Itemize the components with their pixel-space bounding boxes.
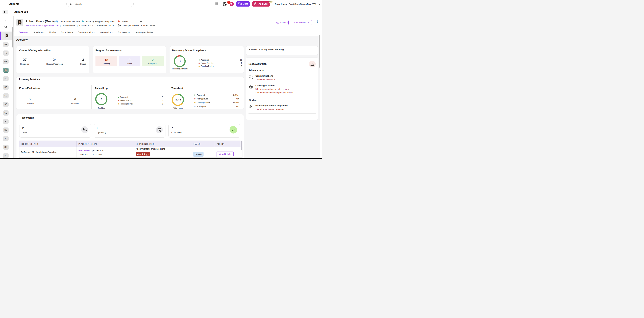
svg-text:7h 15m: 7h 15m [174, 99, 182, 101]
svg-text:2: 2 [101, 98, 102, 100]
svg-text:12: 12 [178, 60, 181, 62]
